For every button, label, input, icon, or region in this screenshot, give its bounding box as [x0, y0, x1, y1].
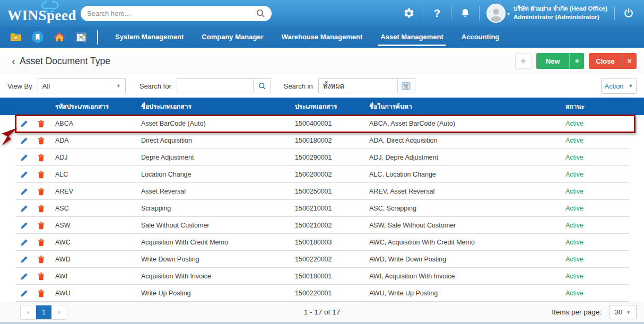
cell-search-name: AREV, Asset Reversal	[367, 188, 563, 195]
avatar-chevron-down-icon[interactable]: ▾	[507, 11, 510, 16]
view-by-label: View By	[7, 82, 32, 90]
cell-doc-type: 1500180003	[293, 239, 367, 246]
search-button[interactable]	[253, 79, 271, 93]
delete-trash-icon[interactable]	[37, 289, 46, 297]
cell-name: Sale Without Customer	[139, 222, 293, 229]
edit-pencil-icon[interactable]	[20, 170, 29, 179]
current-page-button[interactable]: 1	[36, 305, 51, 319]
cell-code: ASC	[53, 205, 139, 212]
table-row[interactable]: ALC Location Change 1500200002 ALC, Loca…	[0, 166, 644, 183]
edit-pencil-icon[interactable]	[20, 289, 29, 297]
table-row[interactable]: ASW Sale Without Customer 1500210002 ASW…	[0, 217, 644, 234]
settings-gear-icon[interactable]	[402, 6, 416, 20]
home-icon[interactable]	[53, 31, 66, 43]
status-badge: Active	[563, 137, 644, 144]
nav-menu-item[interactable]: Company Manager	[193, 27, 272, 48]
search-icon[interactable]	[256, 8, 265, 18]
cell-code: AWD	[53, 256, 139, 263]
table-row[interactable]: AREV Asset Reversal 1500250001 AREV, Ass…	[0, 183, 644, 200]
pager: ‹ 1 ›	[20, 305, 67, 320]
filter-bar: View By All ▼ Search for Search in Actio…	[0, 74, 644, 98]
cell-name: Write Up Posting	[139, 290, 293, 297]
table-row[interactable]: ADJ Depre Adjustment 1500290001 ADJ, Dep…	[0, 149, 644, 166]
delete-trash-icon[interactable]	[37, 255, 46, 264]
spreadsheet-calendar-icon[interactable]	[75, 31, 88, 43]
delete-trash-icon[interactable]	[37, 187, 46, 196]
table-row[interactable]: ABCA Asset BarCode (Auto) 1500400001 ABC…	[0, 115, 644, 132]
nav-menu-item[interactable]: Accounting	[452, 27, 509, 48]
help-icon[interactable]: ?	[430, 6, 444, 20]
delete-trash-icon[interactable]	[37, 136, 46, 145]
column-header-doc-type: ประเภทเอกสาร	[293, 101, 367, 111]
cell-doc-type: 1500220001	[293, 290, 367, 297]
table-row[interactable]: AWI Acquisition With Invoice 1500180001 …	[0, 268, 644, 285]
delete-trash-icon[interactable]	[37, 119, 46, 128]
edit-pencil-icon[interactable]	[20, 272, 29, 281]
table-row[interactable]: ADA Direct Acquisition 1500180002 ADA, D…	[0, 132, 644, 149]
cell-name: Depre Adjustment	[139, 154, 293, 161]
company-name: บริษัท ตัวอย่าง จำกัด (Head Office)	[514, 5, 607, 13]
notifications-bell-icon[interactable]	[458, 6, 472, 20]
close-button[interactable]: Close ×	[589, 53, 637, 69]
global-search-bar[interactable]	[81, 6, 272, 21]
new-button[interactable]: New +	[536, 53, 584, 69]
status-badge: Active	[563, 222, 644, 229]
cell-code: ASW	[53, 222, 139, 229]
cell-code: AWC	[53, 239, 139, 246]
edit-pencil-icon[interactable]	[20, 153, 29, 162]
status-badge: Active	[563, 120, 644, 127]
column-header-status: สถานะ	[563, 101, 644, 111]
edit-pencil-icon[interactable]	[20, 136, 29, 145]
table-row[interactable]: AWU Write Up Posting 1500220001 AWU, Wri…	[0, 285, 644, 302]
user-avatar[interactable]	[486, 4, 506, 23]
recent-documents-folder-icon[interactable]	[10, 31, 22, 43]
edit-pencil-icon[interactable]	[20, 119, 29, 128]
back-chevron-icon[interactable]: ‹	[12, 55, 15, 66]
action-dropdown-button[interactable]: Action ▼	[601, 78, 637, 94]
user-company-info[interactable]: บริษัท ตัวอย่าง จำกัด (Head Office) Admi…	[514, 5, 607, 21]
delete-trash-icon[interactable]	[37, 204, 46, 213]
items-per-page-label: Items per page:	[552, 308, 602, 316]
column-header-search-name: ชื่อในการค้นหา	[367, 101, 563, 111]
edit-pencil-icon[interactable]	[20, 187, 29, 196]
view-by-dropdown[interactable]: All ▼	[38, 78, 126, 93]
cell-search-name: AWU, Write Up Posting	[367, 290, 563, 297]
delete-trash-icon[interactable]	[37, 238, 46, 247]
top-header-bar: WINSpeed ?	[0, 0, 644, 27]
cell-code: ALC	[53, 171, 139, 178]
chevron-down-icon: ▼	[629, 83, 633, 89]
close-x-icon[interactable]: ×	[622, 53, 637, 69]
search-for-input[interactable]	[177, 79, 253, 93]
next-page-button[interactable]: ›	[51, 305, 67, 319]
items-per-page-select[interactable]: 30 ▼	[609, 305, 637, 319]
delete-trash-icon[interactable]	[37, 153, 46, 162]
cell-code: ADJ	[53, 154, 139, 161]
edit-pencil-icon[interactable]	[20, 204, 29, 213]
table-row[interactable]: ASC Scrapping 1500210001 ASC, Scrapping …	[0, 200, 644, 217]
logo-text: WINSpeed	[7, 7, 76, 24]
table-row[interactable]: AWC Acquisition With Credit Memo 1500180…	[0, 234, 644, 251]
nav-menu-item[interactable]: Warehouse Management	[273, 27, 372, 48]
bookmark-icon[interactable]	[31, 31, 44, 43]
chevron-down-icon: ▼	[116, 83, 121, 89]
edit-pencil-icon[interactable]	[20, 221, 29, 230]
cell-search-name: ASC, Scrapping	[367, 205, 563, 212]
edit-pencil-icon[interactable]	[20, 238, 29, 247]
global-search-input[interactable]	[87, 10, 256, 17]
column-filter-button[interactable]	[397, 79, 415, 93]
cell-doc-type: 1500180001	[293, 273, 367, 280]
favorite-star-button[interactable]: ★	[515, 53, 532, 69]
delete-trash-icon[interactable]	[37, 170, 46, 179]
delete-trash-icon[interactable]	[37, 272, 46, 281]
search-in-input[interactable]	[319, 79, 397, 93]
nav-menu-item[interactable]: System Management	[106, 27, 193, 48]
nav-menu-item[interactable]: Asset Management	[371, 27, 452, 48]
new-plus-icon[interactable]: +	[569, 53, 584, 69]
status-badge: Active	[563, 256, 644, 263]
edit-pencil-icon[interactable]	[20, 255, 29, 264]
delete-trash-icon[interactable]	[37, 221, 46, 230]
logout-power-icon[interactable]	[622, 6, 636, 20]
status-badge: Active	[563, 273, 644, 280]
table-row[interactable]: AWD Write Down Posting 1500220002 AWD, W…	[0, 251, 644, 268]
previous-page-button[interactable]: ‹	[21, 305, 36, 319]
